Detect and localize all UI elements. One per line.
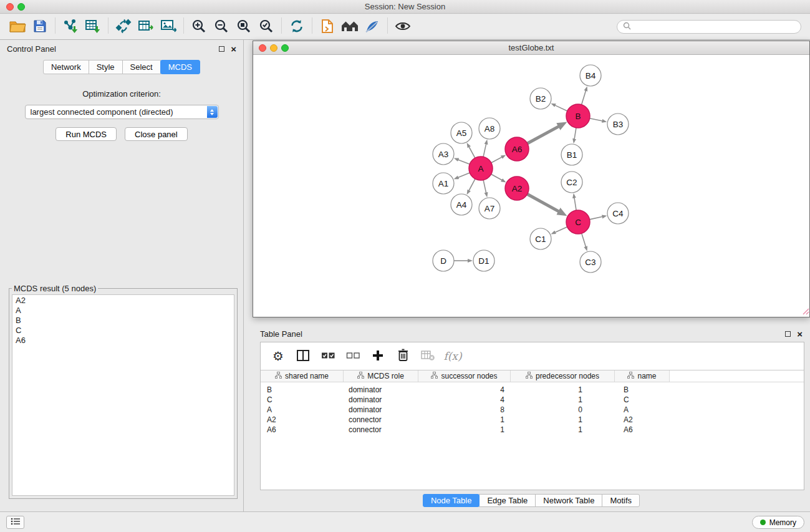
- node-B4[interactable]: B4: [580, 65, 601, 86]
- edge-C-C4[interactable]: [590, 216, 603, 220]
- node-D[interactable]: D: [433, 250, 454, 271]
- paint-style-button[interactable]: [361, 16, 383, 37]
- result-item[interactable]: A2: [16, 296, 231, 306]
- delete-table-button[interactable]: [417, 346, 439, 366]
- edge-A-A7[interactable]: [483, 180, 486, 193]
- node-D1[interactable]: D1: [473, 250, 494, 271]
- export-image-button[interactable]: [157, 16, 180, 37]
- tab-motifs[interactable]: Motifs: [602, 494, 640, 507]
- column-header-shared-name[interactable]: shared name: [261, 370, 344, 382]
- cell[interactable]: A: [261, 405, 344, 415]
- result-item[interactable]: A6: [16, 336, 231, 346]
- edge-C-C1[interactable]: [555, 227, 567, 233]
- edge-A-A3[interactable]: [458, 160, 470, 164]
- edge-A2-C[interactable]: [528, 194, 559, 211]
- mcds-result-list[interactable]: A2ABCA6: [12, 294, 234, 496]
- edge-A-A6[interactable]: [491, 157, 502, 163]
- network-window-titlebar[interactable]: testGlobe.txt: [253, 41, 809, 55]
- close-view-button[interactable]: [259, 44, 266, 52]
- edge-A-A8[interactable]: [483, 143, 486, 157]
- table-settings-button[interactable]: ⚙: [267, 346, 289, 366]
- edge-B-B2[interactable]: [555, 105, 567, 111]
- edge-B-B3[interactable]: [590, 118, 603, 121]
- run-mcds-button[interactable]: Run MCDS: [55, 127, 117, 141]
- import-table-button[interactable]: [82, 16, 104, 37]
- edge-A-A5[interactable]: [469, 147, 475, 158]
- node-A2[interactable]: A2: [505, 177, 529, 200]
- table-row[interactable]: A6connector11A6: [261, 425, 804, 435]
- node-A6[interactable]: A6: [505, 137, 529, 161]
- close-window-button[interactable]: [6, 3, 14, 11]
- cell[interactable]: A: [615, 405, 670, 415]
- cell[interactable]: B: [615, 385, 670, 395]
- resize-handle-icon[interactable]: [801, 307, 809, 317]
- edge-B-B1[interactable]: [574, 128, 576, 140]
- import-network-button[interactable]: [59, 16, 82, 37]
- node-C[interactable]: C: [566, 210, 590, 234]
- memory-button[interactable]: Memory: [752, 516, 804, 529]
- minimize-view-button[interactable]: [270, 44, 277, 52]
- tab-mcds[interactable]: MCDS: [160, 60, 200, 74]
- cell[interactable]: dominator: [344, 385, 418, 395]
- toolbar-search[interactable]: [617, 20, 801, 34]
- node-B3[interactable]: B3: [607, 114, 629, 135]
- result-item[interactable]: C: [16, 326, 231, 336]
- close-table-panel-icon[interactable]: ×: [797, 329, 803, 339]
- open-session-button[interactable]: [6, 16, 29, 37]
- tab-select[interactable]: Select: [122, 60, 161, 74]
- node-B[interactable]: B: [566, 104, 590, 128]
- zoom-fit-button[interactable]: [233, 16, 255, 37]
- cell[interactable]: connector: [344, 415, 418, 425]
- node-B2[interactable]: B2: [530, 88, 551, 109]
- optimization-select[interactable]: largest connected component (directed): [25, 105, 219, 119]
- cell[interactable]: 4: [418, 385, 511, 395]
- float-table-panel-icon[interactable]: [785, 331, 791, 337]
- deselect-all-rows-button[interactable]: [342, 346, 364, 366]
- select-all-rows-button[interactable]: [317, 346, 339, 366]
- table-row[interactable]: Bdominator41B: [261, 385, 804, 395]
- column-header-successor-nodes[interactable]: successor nodes: [418, 370, 511, 382]
- cell[interactable]: connector: [344, 425, 418, 435]
- function-builder-button[interactable]: f(x): [441, 346, 464, 366]
- cell[interactable]: 1: [511, 395, 615, 405]
- show-overview-button[interactable]: [339, 16, 361, 37]
- cell[interactable]: A2: [615, 415, 670, 425]
- node-A5[interactable]: A5: [451, 122, 472, 143]
- tab-network[interactable]: Network: [43, 60, 89, 74]
- close-panel-button[interactable]: Close panel: [125, 127, 188, 141]
- tab-style[interactable]: Style: [89, 60, 123, 74]
- node-A7[interactable]: A7: [479, 198, 500, 219]
- node-A8[interactable]: A8: [479, 118, 500, 139]
- zoom-window-button[interactable]: [17, 3, 25, 11]
- edge-A6-B[interactable]: [528, 127, 559, 143]
- cell[interactable]: 1: [418, 425, 511, 435]
- node-C4[interactable]: C4: [607, 203, 629, 224]
- zoom-view-button[interactable]: [281, 44, 289, 52]
- cell[interactable]: 4: [418, 395, 511, 405]
- cell[interactable]: A6: [261, 425, 344, 435]
- node-C3[interactable]: C3: [580, 251, 601, 273]
- node-B1[interactable]: B1: [561, 144, 582, 165]
- cell[interactable]: 0: [511, 405, 615, 415]
- node-A[interactable]: A: [469, 157, 493, 180]
- result-item[interactable]: B: [16, 316, 231, 326]
- table-row[interactable]: Adominator80A: [261, 405, 804, 415]
- node-A4[interactable]: A4: [451, 194, 472, 215]
- tab-node-table[interactable]: Node Table: [423, 494, 480, 507]
- close-panel-icon[interactable]: ×: [231, 44, 236, 54]
- zoom-selected-button[interactable]: [255, 16, 277, 37]
- cell[interactable]: 1: [511, 385, 615, 395]
- add-column-button[interactable]: [367, 346, 389, 366]
- annotation-document-button[interactable]: [316, 16, 339, 37]
- column-header-predecessor-nodes[interactable]: predecessor nodes: [511, 370, 615, 382]
- zoom-in-button[interactable]: [188, 16, 210, 37]
- cell[interactable]: dominator: [344, 405, 418, 415]
- float-panel-icon[interactable]: [219, 46, 224, 52]
- edge-A-A4[interactable]: [469, 179, 475, 191]
- column-header-name[interactable]: name: [615, 370, 670, 382]
- cell[interactable]: A2: [261, 415, 344, 425]
- save-session-button[interactable]: [29, 16, 51, 37]
- zoom-out-button[interactable]: [210, 16, 233, 37]
- column-header-mcds-role[interactable]: MCDS role: [344, 370, 418, 382]
- edge-A-A2[interactable]: [491, 174, 503, 180]
